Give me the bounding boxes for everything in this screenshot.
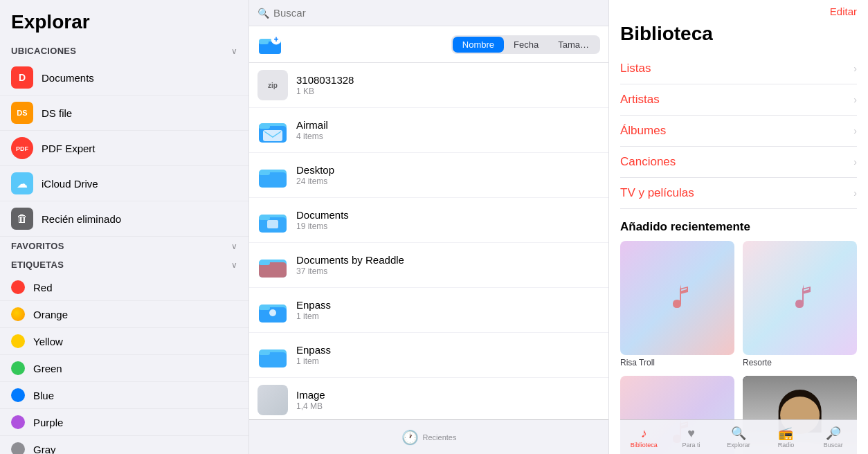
- file-name: Enpass: [296, 344, 600, 356]
- menu-item-canciones[interactable]: Canciones ›: [620, 147, 857, 178]
- tag-label: Orange: [33, 309, 68, 320]
- menu-item-listas[interactable]: Listas ›: [620, 53, 857, 84]
- recents-label: Recientes: [423, 433, 457, 442]
- file-meta: 24 items: [296, 176, 600, 186]
- file-info: Enpass 1 item: [296, 344, 600, 366]
- section-favoritos-label: Favoritos: [11, 241, 64, 251]
- folder-icon: [257, 160, 288, 190]
- file-panel: 🔍 + Nombre Fecha Tama… zip 3108031328 1 …: [249, 0, 609, 454]
- menu-label: Artistas: [620, 93, 660, 107]
- new-folder-button[interactable]: +: [257, 32, 282, 57]
- sidebar-item-tag-yellow[interactable]: Yellow: [0, 328, 248, 355]
- file-meta: 1 item: [296, 356, 600, 366]
- file-info: Airmail 4 items: [296, 119, 600, 141]
- svg-rect-4: [259, 40, 269, 44]
- tag-gray-dot: [11, 442, 25, 454]
- radio-tab-icon: 📻: [778, 426, 793, 441]
- album-card-resorte[interactable]: Resorte: [743, 241, 857, 367]
- chevron-right-icon: ›: [853, 125, 857, 136]
- file-info: Desktop 24 items: [296, 164, 600, 186]
- svg-rect-10: [263, 130, 282, 141]
- sidebar-item-tag-orange[interactable]: Orange: [0, 301, 248, 328]
- tag-orange-dot: [11, 307, 25, 321]
- toolbar: + Nombre Fecha Tama…: [249, 26, 608, 63]
- biblioteca-tab-icon: ♪: [641, 426, 647, 441]
- tab-biblioteca[interactable]: ♪ Biblioteca: [620, 426, 667, 448]
- documents-icon: D: [11, 66, 33, 89]
- explorar-tab-icon: 🔍: [731, 426, 746, 441]
- sort-tab-fecha[interactable]: Fecha: [504, 37, 548, 53]
- library-header: Editar: [620, 0, 857, 23]
- album-card-risa-troll[interactable]: Risa Troll: [620, 241, 734, 367]
- menu-item-tv[interactable]: TV y películas ›: [620, 178, 857, 209]
- tab-explorar[interactable]: 🔍 Explorar: [715, 426, 762, 448]
- tab-radio[interactable]: 📻 Radio: [762, 426, 809, 448]
- list-item[interactable]: Airmail 4 items: [249, 108, 608, 153]
- album-art: [743, 241, 857, 355]
- file-meta: 4 items: [296, 131, 600, 141]
- section-etiquetas[interactable]: Etiquetas ∨: [0, 255, 248, 274]
- file-name: Documents by Readdle: [296, 254, 600, 266]
- section-favoritos[interactable]: Favoritos ∨: [0, 237, 248, 255]
- sort-tab-nombre[interactable]: Nombre: [453, 37, 504, 53]
- file-name: Airmail: [296, 119, 600, 131]
- section-ubicaciones[interactable]: Ubicaciones ∨: [0, 42, 248, 60]
- tag-yellow-dot: [11, 334, 25, 348]
- sidebar-item-tag-blue[interactable]: Blue: [0, 382, 248, 409]
- list-item[interactable]: Enpass 1 item: [249, 288, 608, 333]
- svg-rect-23: [259, 306, 270, 310]
- sidebar-item-documents[interactable]: D Documents: [0, 60, 248, 96]
- file-info: 3108031328 1 KB: [296, 74, 600, 96]
- tag-label: Gray: [33, 444, 56, 455]
- album-art: [620, 241, 734, 355]
- sidebar-title: Explorar: [0, 11, 248, 42]
- recents-bar: 🕐 Recientes: [249, 419, 608, 454]
- tag-label: Green: [33, 363, 62, 374]
- chevron-down-icon: ∨: [231, 260, 237, 270]
- file-meta: 1,4 MB: [296, 401, 600, 411]
- readdle-folder-icon: [257, 250, 288, 280]
- sidebar-item-ds-file[interactable]: DS DS file: [0, 96, 248, 131]
- edit-button[interactable]: Editar: [830, 6, 857, 17]
- sidebar-item-icloud[interactable]: ☁ iCloud Drive: [0, 166, 248, 201]
- sidebar-item-tag-purple[interactable]: Purple: [0, 409, 248, 436]
- sidebar-item-label: PDF Expert: [42, 143, 96, 154]
- tab-para-ti[interactable]: ♥ Para ti: [667, 426, 714, 448]
- sidebar-item-tag-green[interactable]: Green: [0, 355, 248, 382]
- file-list: zip 3108031328 1 KB Airmail 4 items Desk…: [249, 63, 608, 419]
- tab-buscar[interactable]: 🔎 Buscar: [810, 426, 857, 448]
- sidebar-item-tag-gray[interactable]: Gray: [0, 436, 248, 454]
- folder-icon: [257, 205, 288, 235]
- list-item[interactable]: Image 1,4 MB: [249, 378, 608, 419]
- image-file-icon: [257, 385, 288, 415]
- folder-icon: [257, 340, 288, 370]
- svg-rect-13: [259, 171, 270, 175]
- tag-label: Red: [33, 282, 53, 293]
- file-meta: 1 KB: [296, 87, 600, 96]
- menu-label: Canciones: [620, 155, 676, 169]
- list-item[interactable]: Documents by Readdle 37 items: [249, 243, 608, 288]
- file-info: Enpass 1 item: [296, 299, 600, 321]
- list-item[interactable]: zip 3108031328 1 KB: [249, 63, 608, 108]
- search-input[interactable]: [273, 7, 600, 19]
- tab-label: Buscar: [824, 442, 843, 448]
- file-meta: 1 item: [296, 311, 600, 321]
- list-item[interactable]: Enpass 1 item: [249, 333, 608, 378]
- sidebar-item-pdf-expert[interactable]: PDF PDF Expert: [0, 131, 248, 166]
- tab-label: Biblioteca: [631, 442, 658, 448]
- file-info: Documents 19 items: [296, 209, 600, 231]
- sidebar-item-tag-red[interactable]: Red: [0, 274, 248, 301]
- music-note-icon: [779, 278, 821, 319]
- chevron-down-icon: ∨: [231, 242, 237, 251]
- svg-text:+: +: [273, 35, 278, 44]
- menu-item-artistas[interactable]: Artistas ›: [620, 84, 857, 116]
- chevron-down-icon: ∨: [231, 46, 237, 56]
- list-item[interactable]: Desktop 24 items: [249, 153, 608, 198]
- menu-item-albumes[interactable]: Álbumes ›: [620, 116, 857, 147]
- sort-tab-tamano[interactable]: Tama…: [548, 37, 599, 53]
- sidebar-item-recently-deleted[interactable]: 🗑 Recién eliminado: [0, 201, 248, 237]
- svg-rect-27: [259, 351, 270, 355]
- svg-text:PDF: PDF: [16, 145, 29, 152]
- list-item[interactable]: Documents 19 items: [249, 198, 608, 243]
- file-name: Desktop: [296, 164, 600, 176]
